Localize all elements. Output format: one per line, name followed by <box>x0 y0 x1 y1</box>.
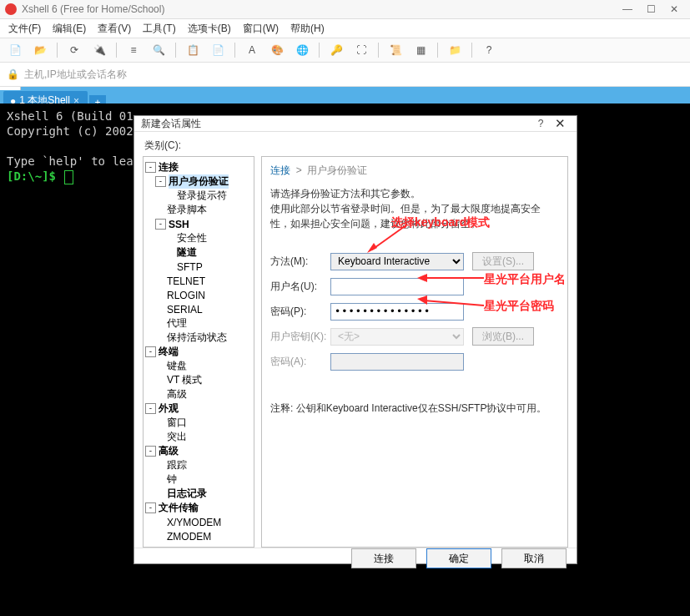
tree-item[interactable]: 安全性 <box>145 231 252 245</box>
toolbar-reconnect-icon[interactable]: ⟳ <box>64 40 84 60</box>
tree-item[interactable]: -外观 <box>145 401 252 416</box>
connect-button[interactable]: 连接 <box>351 548 416 568</box>
dialog-footer: 连接 确定 取消 <box>134 548 577 568</box>
toolbar-copy-icon[interactable]: 📋 <box>183 40 203 60</box>
expand-icon[interactable]: - <box>145 446 156 457</box>
tree-item[interactable]: 高级 <box>145 387 252 401</box>
tree-item[interactable]: TELNET <box>145 274 252 288</box>
menu-help[interactable]: 帮助(H) <box>290 22 325 36</box>
menu-file[interactable]: 文件(F) <box>8 22 41 36</box>
close-button[interactable]: ✕ <box>663 2 685 17</box>
tree-item[interactable]: 跟踪 <box>145 458 252 472</box>
toolbar-search-icon[interactable]: 🔍 <box>149 40 169 60</box>
menu-view[interactable]: 查看(V) <box>98 22 131 36</box>
auth-pane: 连接 > 用户身份验证 请选择身份验证方法和其它参数。 使用此部分以节省登录时间… <box>261 156 568 548</box>
tree-item[interactable]: 日志记录 <box>145 487 252 501</box>
expand-icon[interactable]: - <box>155 219 166 230</box>
tree-item[interactable]: 钟 <box>145 472 252 487</box>
tree-item[interactable]: 突出 <box>145 430 252 444</box>
tree-label: 用户身份验证 <box>169 174 229 189</box>
toolbar: 📄 📂 ⟳ 🔌 ≡ 🔍 📋 📄 A 🎨 🌐 🔑 ⛶ 📜 ▦ 📁 ? <box>0 38 690 63</box>
dialog-body: 类别(C): -连接-用户身份验证登录提示符登录脚本-SSH安全性隧道SFTPT… <box>134 132 577 548</box>
tree-item[interactable]: -SSH <box>145 217 252 231</box>
toolbar-paste-icon[interactable]: 📄 <box>208 40 228 60</box>
tree-label: 钟 <box>167 472 177 487</box>
tree-item[interactable]: -连接 <box>145 160 252 174</box>
tree-item[interactable]: X/YMODEM <box>145 515 252 529</box>
password-input[interactable] <box>330 303 464 321</box>
menu-tools[interactable]: 工具(T) <box>143 22 175 36</box>
expand-icon[interactable]: - <box>145 403 156 414</box>
maximize-button[interactable]: ☐ <box>640 2 662 17</box>
tree-label: 登录提示符 <box>177 189 227 203</box>
app-icon <box>5 3 17 15</box>
tree-item[interactable]: 登录提示符 <box>145 189 252 203</box>
category-tree[interactable]: -连接-用户身份验证登录提示符登录脚本-SSH安全性隧道SFTPTELNETRL… <box>143 156 254 548</box>
toolbar-key-icon[interactable]: 🔑 <box>326 40 346 60</box>
toolbar-color-icon[interactable]: 🎨 <box>267 40 287 60</box>
tree-item[interactable]: SFTP <box>145 260 252 274</box>
toolbar-new-icon[interactable]: 📄 <box>5 40 25 60</box>
tree-item[interactable]: 隧道 <box>145 245 252 260</box>
toolbar-lang-icon[interactable]: 🌐 <box>292 40 312 60</box>
breadcrumb-connect[interactable]: 连接 <box>270 164 290 176</box>
expand-icon[interactable]: - <box>145 502 156 513</box>
tree-item[interactable]: 代理 <box>145 316 252 331</box>
address-placeholder[interactable]: 主机,IP地址或会话名称 <box>24 68 683 82</box>
tree-item[interactable]: 保持活动状态 <box>145 331 252 345</box>
tree-item[interactable]: SERIAL <box>145 302 252 316</box>
userkey-select: <无> <box>330 328 464 346</box>
toolbar-disconnect-icon[interactable]: 🔌 <box>89 40 109 60</box>
tree-item[interactable]: -高级 <box>145 444 252 458</box>
tree-label: 终端 <box>159 345 179 359</box>
menu-edit[interactable]: 编辑(E) <box>53 22 86 36</box>
cursor-icon <box>64 170 73 184</box>
help-icon[interactable]: ? <box>531 118 550 129</box>
dialog-close-icon[interactable]: ✕ <box>550 116 570 131</box>
tree-item[interactable]: -终端 <box>145 345 252 359</box>
dialog-titlebar: 新建会话属性 ? ✕ <box>134 116 577 132</box>
tree-label: 跟踪 <box>167 458 187 472</box>
tree-item[interactable]: ZMODEM <box>145 529 252 543</box>
toolbar-font-icon[interactable]: A <box>242 40 262 60</box>
app-title: Xshell 6 (Free for Home/School) <box>22 3 164 15</box>
password-label: 密码(P): <box>270 305 330 319</box>
expand-icon[interactable]: - <box>145 346 156 357</box>
menu-window[interactable]: 窗口(W) <box>243 22 279 36</box>
addressbar: 🔒 主机,IP地址或会话名称 <box>0 63 690 87</box>
app-shell: Xshell 6 (Free for Home/School) — ☐ ✕ 文件… <box>0 0 690 616</box>
expand-icon[interactable]: - <box>155 176 166 187</box>
tree-item[interactable]: -文件传输 <box>145 501 252 515</box>
lock-icon: 🔒 <box>7 68 19 80</box>
tree-item[interactable]: RLOGIN <box>145 288 252 302</box>
tree-label: TELNET <box>167 275 205 287</box>
method-select[interactable]: Keyboard Interactive <box>330 253 464 270</box>
titlebar: Xshell 6 (Free for Home/School) — ☐ ✕ <box>0 0 690 19</box>
tree-item[interactable]: 键盘 <box>145 359 252 373</box>
tree-item[interactable]: 窗口 <box>145 416 252 430</box>
terminal-prompt: [D:\~]$ <box>7 169 63 183</box>
menu-tabs[interactable]: 选项卡(B) <box>188 22 231 36</box>
method-label: 方法(M): <box>270 255 330 269</box>
toolbar-fullscreen-icon[interactable]: ⛶ <box>351 40 371 60</box>
username-input[interactable] <box>330 278 464 295</box>
toolbar-help-icon[interactable]: ? <box>479 40 499 60</box>
tree-label: 窗口 <box>167 416 187 430</box>
tree-item[interactable]: -用户身份验证 <box>145 174 252 189</box>
cancel-button[interactable]: 取消 <box>501 548 567 568</box>
tree-label: ZMODEM <box>167 531 211 543</box>
toolbar-cascade-icon[interactable]: ▦ <box>410 40 431 60</box>
toolbar-filezilla-icon[interactable]: 📁 <box>445 40 465 60</box>
expand-icon[interactable]: - <box>145 162 156 173</box>
toolbar-properties-icon[interactable]: ≡ <box>123 40 144 60</box>
minimize-button[interactable]: — <box>617 2 638 17</box>
tree-label: 高级 <box>167 387 187 401</box>
tree-item[interactable]: 登录脚本 <box>145 203 252 217</box>
tree-label: 保持活动状态 <box>167 331 227 345</box>
tree-label: 键盘 <box>167 359 187 373</box>
toolbar-script-icon[interactable]: 📜 <box>385 40 405 60</box>
ok-button[interactable]: 确定 <box>426 548 491 568</box>
tree-label: 文件传输 <box>159 501 199 515</box>
toolbar-open-icon[interactable]: 📂 <box>30 40 50 60</box>
tree-item[interactable]: VT 模式 <box>145 373 252 387</box>
